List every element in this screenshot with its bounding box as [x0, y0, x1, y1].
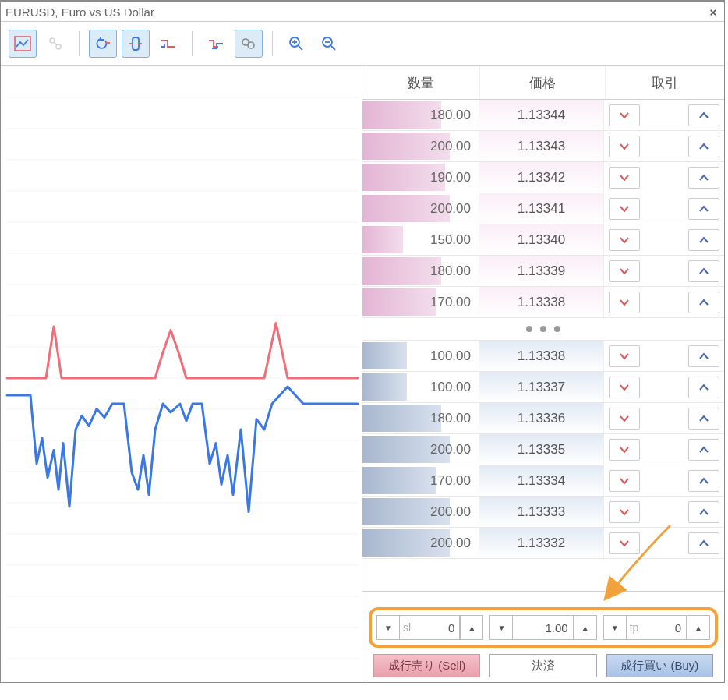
sell-at-price-button[interactable] — [609, 439, 640, 461]
qty-cell: 170.00 — [362, 287, 479, 317]
buy-at-price-button[interactable] — [688, 532, 719, 554]
tp-value: 0 — [638, 621, 686, 635]
qty-cell: 200.00 — [362, 193, 479, 224]
price-step-button[interactable] — [154, 30, 182, 58]
buy-at-price-button[interactable] — [688, 167, 719, 189]
svg-point-9 — [248, 42, 254, 48]
sell-at-price-button[interactable] — [609, 377, 640, 398]
sell-at-price-button[interactable] — [609, 501, 640, 523]
price-cell: 1.13341 — [479, 193, 604, 224]
buy-at-price-button[interactable] — [688, 260, 719, 282]
dom-row: 200.001.13333 — [362, 497, 724, 528]
dom-row: 200.001.13343 — [362, 131, 724, 162]
vol-value: 1.00 — [516, 621, 572, 635]
close-button[interactable]: 決済 — [489, 654, 596, 677]
tp-placeholder: tp — [627, 621, 639, 634]
sell-at-price-button[interactable] — [609, 260, 640, 282]
vol-decrement[interactable]: ▼ — [490, 616, 513, 639]
dom-header: 数量 価格 取引 — [362, 66, 724, 100]
stepper-row: ▼ sl0 ▲ ▼ 1.00 ▲ ▼ tp0 ▲ — [369, 607, 718, 648]
qty-cell: 200.00 — [362, 131, 479, 161]
sl-value: 0 — [411, 621, 459, 635]
sell-at-price-button[interactable] — [609, 198, 640, 220]
dom-row: 100.001.13337 — [362, 372, 724, 403]
sl-decrement[interactable]: ▼ — [377, 616, 400, 639]
sell-at-price-button[interactable] — [609, 408, 640, 430]
order-footer: ▼ sl0 ▲ ▼ 1.00 ▲ ▼ tp0 ▲ — [362, 591, 724, 682]
trade-cell — [604, 497, 724, 527]
dom-row: 200.001.13332 — [362, 528, 724, 559]
trade-cell — [604, 528, 724, 558]
sl-increment[interactable]: ▲ — [460, 616, 482, 639]
header-trade: 取引 — [606, 66, 724, 99]
sell-at-price-button[interactable] — [609, 470, 640, 492]
svg-line-11 — [299, 46, 302, 50]
qty-cell: 180.00 — [362, 100, 479, 130]
price-cell: 1.13337 — [479, 372, 604, 402]
price-cell: 1.13338 — [479, 341, 604, 371]
price-cell: 1.13342 — [479, 162, 604, 193]
buy-at-price-button[interactable] — [688, 292, 719, 313]
qty-cell: 180.00 — [362, 256, 479, 286]
link-button[interactable] — [41, 30, 69, 58]
qty-cell: 200.00 — [362, 434, 479, 465]
price-cell: 1.13343 — [479, 131, 604, 161]
price-chart — [1, 66, 362, 682]
qty-cell: 200.00 — [362, 497, 479, 527]
sell-at-price-button[interactable] — [609, 345, 640, 367]
zoom-in-button[interactable] — [282, 30, 310, 58]
sell-button[interactable]: 成行売り (Sell) — [373, 654, 480, 677]
rewind-button[interactable] — [89, 30, 117, 58]
price-cell: 1.13333 — [479, 497, 604, 527]
buy-at-price-button[interactable] — [688, 104, 719, 126]
buy-at-price-button[interactable] — [688, 229, 719, 251]
more-rows-indicator — [362, 318, 724, 341]
tp-stepper[interactable]: ▼ tp0 ▲ — [603, 615, 710, 640]
header-qty: 数量 — [362, 66, 480, 99]
buy-at-price-button[interactable] — [688, 377, 719, 398]
dom-row: 180.001.13336 — [362, 403, 724, 434]
qty-cell: 180.00 — [362, 403, 479, 433]
vol-increment[interactable]: ▲ — [574, 616, 596, 639]
buy-button[interactable]: 成行買い (Buy) — [606, 654, 713, 677]
tp-increment[interactable]: ▲ — [687, 616, 709, 639]
buy-at-price-button[interactable] — [688, 501, 719, 523]
trade-cell — [604, 341, 724, 371]
tp-decrement[interactable]: ▼ — [604, 616, 627, 639]
sell-at-price-button[interactable] — [609, 292, 640, 313]
zoom-out-button[interactable] — [315, 30, 343, 58]
circles-button[interactable] — [235, 30, 263, 58]
body: 数量 価格 取引 180.001.13344200.001.13343190.0… — [1, 66, 724, 682]
volume-stepper[interactable]: ▼ 1.00 ▲ — [489, 615, 596, 640]
qty-cell: 190.00 — [362, 162, 479, 193]
svg-rect-5 — [133, 37, 139, 50]
trade-cell — [604, 403, 724, 433]
trade-cell — [604, 287, 724, 317]
sl-placeholder: sl — [400, 621, 411, 634]
buy-at-price-button[interactable] — [688, 408, 719, 430]
buy-at-price-button[interactable] — [688, 470, 719, 492]
price-step-2-button[interactable] — [202, 30, 230, 58]
qty-cell: 100.00 — [362, 372, 479, 402]
close-icon[interactable]: × — [707, 5, 719, 18]
dom-row: 190.001.13342 — [362, 162, 724, 193]
scroll-button[interactable] — [122, 30, 150, 58]
sl-stepper[interactable]: ▼ sl0 ▲ — [376, 615, 483, 640]
buy-at-price-button[interactable] — [688, 345, 719, 367]
buy-at-price-button[interactable] — [688, 439, 719, 461]
buy-at-price-button[interactable] — [688, 198, 719, 220]
sell-at-price-button[interactable] — [609, 167, 640, 189]
price-cell: 1.13339 — [479, 256, 604, 286]
chart-pane[interactable] — [1, 66, 362, 682]
price-cell: 1.13338 — [479, 287, 604, 317]
buy-at-price-button[interactable] — [688, 136, 719, 157]
sell-at-price-button[interactable] — [609, 532, 640, 554]
sell-at-price-button[interactable] — [609, 136, 640, 157]
chart-type-button[interactable] — [9, 30, 37, 58]
price-cell: 1.13334 — [479, 465, 604, 496]
titlebar: EURUSD, Euro vs US Dollar × — [1, 2, 724, 22]
dom-row: 100.001.13338 — [362, 341, 724, 372]
trade-cell — [604, 434, 724, 465]
sell-at-price-button[interactable] — [609, 229, 640, 251]
sell-at-price-button[interactable] — [609, 104, 640, 126]
